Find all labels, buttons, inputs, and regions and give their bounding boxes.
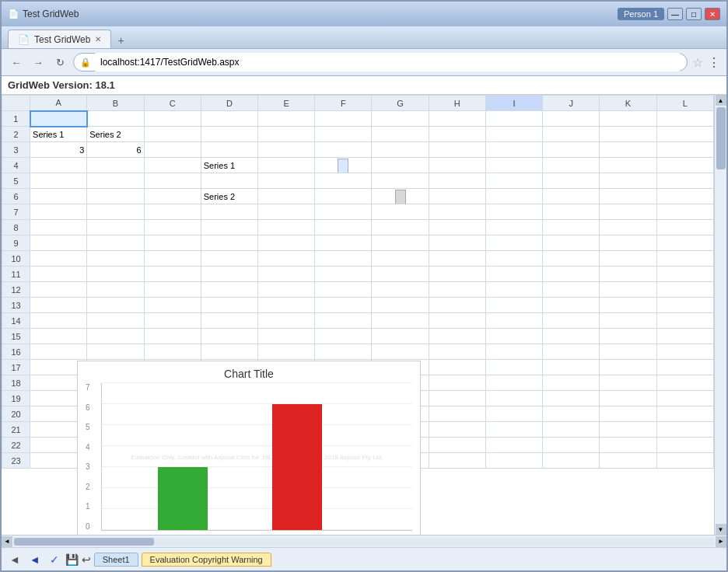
- scroll-left-button[interactable]: ◄: [2, 536, 12, 547]
- cell-e3[interactable]: [257, 142, 314, 158]
- col-header-k[interactable]: K: [600, 96, 656, 111]
- minimize-button[interactable]: —: [667, 8, 683, 20]
- cell-b4[interactable]: [87, 158, 144, 173]
- scroll-right-button[interactable]: ►: [716, 536, 726, 547]
- cell-h4[interactable]: [429, 158, 485, 173]
- cell-e6[interactable]: [257, 189, 314, 204]
- col-header-c[interactable]: C: [144, 96, 201, 111]
- forward-button[interactable]: →: [30, 54, 47, 71]
- cell-b1[interactable]: [87, 111, 144, 127]
- bookmark-icon[interactable]: ☆: [692, 55, 703, 70]
- close-button[interactable]: ✕: [705, 8, 720, 20]
- cell-j4[interactable]: [543, 158, 600, 173]
- col-header-l[interactable]: L: [656, 96, 713, 111]
- cell-f2[interactable]: [315, 127, 372, 142]
- cell-j3[interactable]: [543, 142, 600, 158]
- new-tab-button[interactable]: +: [111, 33, 130, 48]
- refresh-button[interactable]: ↻: [51, 54, 68, 71]
- horizontal-scrollbar[interactable]: ◄ ►: [2, 535, 726, 547]
- cell-e2[interactable]: [257, 127, 314, 142]
- cell-l5[interactable]: [656, 173, 713, 189]
- cell-a3[interactable]: 3: [30, 142, 87, 158]
- tab-close-button[interactable]: ✕: [95, 35, 101, 44]
- cell-g1[interactable]: [372, 111, 429, 127]
- col-header-a[interactable]: A: [30, 96, 87, 111]
- cell-k4[interactable]: [600, 158, 656, 173]
- cell-i1[interactable]: [485, 111, 542, 127]
- cell-h2[interactable]: [429, 127, 485, 142]
- cell-g2[interactable]: [372, 127, 429, 142]
- menu-icon[interactable]: ⋮: [708, 55, 720, 70]
- cell-c4[interactable]: [144, 158, 201, 173]
- cell-f4[interactable]: [315, 158, 372, 173]
- col-header-i[interactable]: I: [485, 96, 542, 111]
- copyright-tab[interactable]: Evaluation Copyright Warning: [142, 553, 271, 567]
- undo-button[interactable]: ↩: [82, 553, 91, 566]
- cell-b3[interactable]: 6: [87, 142, 144, 158]
- cell-i4[interactable]: [485, 158, 542, 173]
- scroll-thumb[interactable]: [716, 107, 726, 169]
- cell-l6[interactable]: [656, 189, 713, 204]
- check-mark[interactable]: ✓: [47, 552, 62, 567]
- cell-d1[interactable]: [201, 111, 257, 127]
- cell-c2[interactable]: [144, 127, 201, 142]
- cell-c5[interactable]: [144, 173, 201, 189]
- cell-l2[interactable]: [656, 127, 713, 142]
- cell-j2[interactable]: [543, 127, 600, 142]
- cell-j6[interactable]: [543, 189, 600, 204]
- cell-f5[interactable]: [315, 173, 372, 189]
- cell-j1[interactable]: [543, 111, 600, 127]
- cell-g3[interactable]: [372, 142, 429, 158]
- cell-h6[interactable]: [429, 189, 485, 204]
- hscroll-thumb[interactable]: [14, 538, 154, 546]
- cell-a6[interactable]: [30, 189, 87, 204]
- cell-i6[interactable]: [485, 189, 542, 204]
- cell-f1[interactable]: [315, 111, 372, 127]
- cell-i2[interactable]: [485, 127, 542, 142]
- col-header-j[interactable]: J: [543, 96, 600, 111]
- cell-d5[interactable]: [201, 173, 257, 189]
- col-header-f[interactable]: F: [315, 96, 372, 111]
- cell-k5[interactable]: [600, 173, 656, 189]
- save-button[interactable]: 💾: [65, 553, 79, 566]
- browser-tab[interactable]: 📄 Test GridWeb ✕: [8, 30, 111, 48]
- cell-i5[interactable]: [485, 173, 542, 189]
- cell-l3[interactable]: [656, 142, 713, 158]
- col-header-e[interactable]: E: [257, 96, 314, 111]
- chart-bar-series2[interactable]: [272, 404, 322, 530]
- cell-f6[interactable]: [315, 189, 372, 204]
- cell-c1[interactable]: [144, 111, 201, 127]
- cell-c3[interactable]: [144, 142, 201, 158]
- address-input[interactable]: [94, 53, 681, 72]
- col-header-b[interactable]: B: [87, 96, 144, 111]
- cell-e4[interactable]: [257, 158, 314, 173]
- scroll-down-button[interactable]: ▼: [716, 524, 726, 535]
- cell-a4[interactable]: [30, 158, 87, 173]
- cell-a5[interactable]: [30, 173, 87, 189]
- cell-b5[interactable]: [87, 173, 144, 189]
- cell-l4[interactable]: [656, 158, 713, 173]
- cell-h3[interactable]: [429, 142, 485, 158]
- cell-h5[interactable]: [429, 173, 485, 189]
- cell-d6[interactable]: Series 2: [201, 189, 257, 204]
- scroll-up-button[interactable]: ▲: [716, 95, 726, 106]
- cell-g5[interactable]: [372, 173, 429, 189]
- cell-a1[interactable]: [30, 111, 87, 127]
- maximize-button[interactable]: □: [686, 8, 702, 20]
- col-header-g[interactable]: G: [372, 96, 429, 111]
- cell-f3[interactable]: [315, 142, 372, 158]
- sheet1-tab[interactable]: Sheet1: [94, 553, 138, 567]
- cell-e5[interactable]: [257, 173, 314, 189]
- cell-d4[interactable]: Series 1: [201, 158, 257, 173]
- prev-sheet-button[interactable]: ◄: [26, 552, 44, 567]
- vertical-scrollbar[interactable]: ▲ ▼: [714, 95, 726, 535]
- cell-b2[interactable]: Series 2: [87, 127, 144, 142]
- cell-a2[interactable]: Series 1: [30, 127, 87, 142]
- cell-d2[interactable]: [201, 127, 257, 142]
- cell-g4[interactable]: [372, 158, 429, 173]
- col-header-h[interactable]: H: [429, 96, 485, 111]
- cell-i3[interactable]: [485, 142, 542, 158]
- cell-d3[interactable]: [201, 142, 257, 158]
- back-button[interactable]: ←: [8, 54, 25, 71]
- col-header-d[interactable]: D: [201, 96, 257, 111]
